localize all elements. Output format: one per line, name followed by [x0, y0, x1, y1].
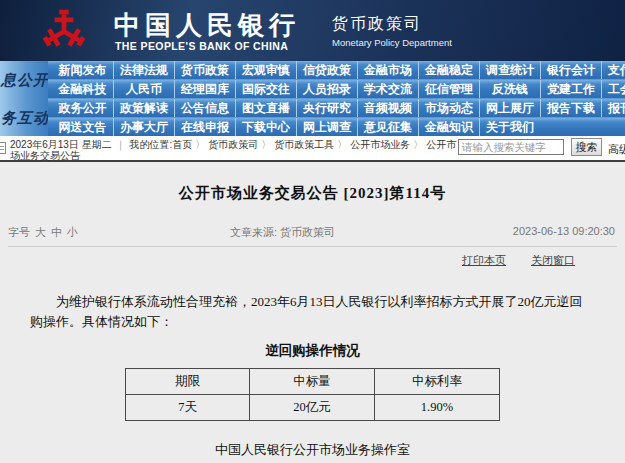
pboc-page: 中国人民银行 THE PEOPLE'S BANK OF CHINA 货币政策司 … — [0, 0, 625, 463]
nav-menu-item[interactable]: 国际交往 — [235, 80, 296, 98]
nav-menu-item[interactable]: 在线申报 — [174, 118, 235, 136]
print-link[interactable]: 打印本页 — [462, 254, 506, 266]
nav-menu-item[interactable]: 学术交流 — [357, 80, 418, 98]
nav-menu-item[interactable]: 公告信息 — [174, 99, 235, 117]
article-body: 为维护银行体系流动性合理充裕，2023年6月13日人民银行以利率招标方式开展了2… — [30, 292, 595, 332]
nav-menu-item[interactable]: 金融知识 — [418, 118, 479, 136]
signature: 中国人民银行公开市场业务操作室 — [0, 441, 625, 459]
nav-side-label-info[interactable]: 息公开 — [0, 61, 48, 99]
nav-menu-item[interactable]: 报告下载 — [540, 99, 601, 117]
site-header: 中国人民银行 THE PEOPLE'S BANK OF CHINA 货币政策司 … — [0, 0, 625, 61]
page-title: 公开市场业务交易公告 [2023]第114号 — [0, 184, 625, 203]
nav-menu-item[interactable]: 经理国库 — [174, 80, 235, 98]
nav-menu-item[interactable]: 征信管理 — [418, 80, 479, 98]
nav-menu-item[interactable]: 关于我们 — [479, 118, 540, 136]
font-size-controls: 字号大中小 — [8, 225, 78, 240]
nav-row-2: 金融科技人民币经理国库国际交往人员招录学术交流征信管理反洗钱党建工作工会工作 — [0, 80, 625, 99]
breadcrumb-date: 2023年6月13日 星期二 — [10, 139, 112, 150]
breadcrumb-item[interactable]: 公开市场业务 — [350, 139, 410, 150]
table-header-cell: 中标量 — [250, 369, 375, 395]
nav-menu-item[interactable]: 反洗钱 — [479, 80, 540, 98]
breadcrumb-location-label: 我的位置: — [130, 139, 173, 150]
repo-table-head-row: 期限中标量中标利率 — [126, 369, 500, 395]
bank-name-cn: 中国人民银行 — [114, 8, 300, 43]
breadcrumb-separator-icon: 〉 — [334, 139, 350, 150]
nav-menu-item[interactable]: 意见征集 — [357, 118, 418, 136]
breadcrumb-divider: ｜ — [112, 139, 130, 150]
nav-menu-item[interactable]: 政务公开 — [52, 99, 113, 117]
nav-menu-item[interactable]: 支付体系 — [601, 61, 625, 79]
nav-menu-item[interactable]: 金融稳定 — [418, 61, 479, 79]
table-header-cell: 中标利率 — [375, 369, 500, 395]
nav-menu-item[interactable]: 下载中心 — [235, 118, 296, 136]
table-cell: 20亿元 — [250, 395, 375, 421]
breadcrumb-item[interactable]: 货币政策工具 — [274, 139, 334, 150]
dept-name-en: Monetary Policy Department — [332, 37, 452, 48]
nav-menu-item[interactable]: 人民币 — [113, 80, 174, 98]
nav-row-4: 网送文告办事大厅在线申报下载中心网上调查意见征集金融知识关于我们 — [0, 118, 625, 136]
bank-name-en: THE PEOPLE'S BANK OF CHINA — [115, 40, 288, 52]
font-size-option[interactable]: 小 — [67, 226, 78, 238]
article-content: 公开市场业务交易公告 [2023]第114号 字号大中小 文章来源: 货币政策司… — [0, 162, 625, 463]
breadcrumb-item[interactable]: 首页 — [172, 139, 192, 150]
nav-menu-item[interactable]: 央行研究 — [296, 99, 357, 117]
font-size-options: 大中小 — [30, 226, 78, 238]
nav-menu-item[interactable]: 办事大厅 — [113, 118, 174, 136]
repo-table-body: 期限中标量中标利率 7天20亿元1.90% — [126, 369, 500, 421]
advanced-search-link[interactable]: 高级搜索 — [608, 142, 625, 157]
nav-menu-item[interactable]: 网上调查 — [296, 118, 357, 136]
breadcrumb-item[interactable]: 货币政策司 — [208, 139, 258, 150]
nav-menu-item[interactable]: 音频视频 — [357, 99, 418, 117]
breadcrumb-separator-icon: 〉 — [192, 139, 208, 150]
nav-menu-item[interactable]: 法律法规 — [113, 61, 174, 79]
nav-menu-item[interactable]: 网送文告 — [52, 118, 113, 136]
nav-row-3: 政务公开政策解读公告信息图文直播央行研究音频视频市场动态网上展厅报告下载报刊年鉴 — [0, 99, 625, 118]
date-icon — [0, 142, 6, 154]
nav-menu-item[interactable]: 宏观审慎 — [235, 61, 296, 79]
article-meta: 字号大中小 文章来源: 货币政策司 2023-06-13 09:20:30 — [0, 225, 625, 240]
nav-menu-item[interactable]: 货币政策 — [174, 61, 235, 79]
nav-menu-item[interactable]: 银行会计 — [540, 61, 601, 79]
breadcrumb-separator-icon: 〉 — [258, 139, 274, 150]
nav-menu-item[interactable]: 图文直播 — [235, 99, 296, 117]
font-size-option[interactable]: 大 — [35, 226, 46, 238]
meta-divider — [8, 246, 617, 247]
breadcrumb: 2023年6月13日 星期二｜我的位置:首页〉货币政策司〉货币政策工具〉公开市场… — [10, 139, 462, 161]
table-header-cell: 期限 — [126, 369, 250, 395]
nav-menu-item[interactable]: 党建工作 — [540, 80, 601, 98]
table-cell: 7天 — [126, 395, 250, 421]
search-button[interactable]: 搜索 — [571, 138, 602, 156]
nav-menu-item[interactable]: 报刊年鉴 — [601, 99, 625, 117]
repo-table: 期限中标量中标利率 7天20亿元1.90% — [125, 368, 500, 421]
nav-menu-item[interactable]: 信贷政策 — [296, 61, 357, 79]
breadcrumb-bar: 2023年6月13日 星期二｜我的位置:首页〉货币政策司〉货币政策工具〉公开市场… — [0, 136, 625, 162]
font-size-option[interactable]: 中 — [51, 226, 62, 238]
nav-menu-item[interactable]: 市场动态 — [418, 99, 479, 117]
nav-menu-item[interactable]: 网上展厅 — [479, 99, 540, 117]
nav-menu-item[interactable]: 工会工作 — [601, 80, 625, 98]
font-size-label: 字号 — [8, 226, 30, 238]
breadcrumb-separator-icon: 〉 — [410, 139, 426, 150]
nav-menu-item[interactable]: 调查统计 — [479, 61, 540, 79]
nav-menu-item[interactable]: 金融市场 — [357, 61, 418, 79]
nav-menu-item[interactable]: 金融科技 — [52, 80, 113, 98]
close-window-link[interactable]: 关闭窗口 — [531, 254, 575, 266]
nav-row-1: 新闻发布法律法规货币政策宏观审慎信贷政策金融市场金融稳定调查统计银行会计支付体系 — [0, 61, 625, 80]
search-input[interactable] — [458, 139, 564, 155]
table-title: 逆回购操作情况 — [0, 342, 625, 360]
dept-name-cn: 货币政策司 — [332, 14, 422, 35]
table-row: 7天20亿元1.90% — [126, 395, 500, 421]
nav-menu-item[interactable]: 人员招录 — [296, 80, 357, 98]
nav-menu-item[interactable]: 政策解读 — [113, 99, 174, 117]
main-nav: 新闻发布法律法规货币政策宏观审慎信贷政策金融市场金融稳定调查统计银行会计支付体系… — [0, 61, 625, 136]
nav-menu-item[interactable]: 新闻发布 — [52, 61, 113, 79]
article-source: 文章来源: 货币政策司 — [230, 225, 335, 240]
pboc-emblem-icon — [38, 5, 90, 55]
article-datetime: 2023-06-13 09:20:30 — [513, 225, 615, 237]
page-action-links: 打印本页 关闭窗口 — [0, 253, 625, 268]
table-cell: 1.90% — [375, 395, 500, 421]
nav-side-label-service[interactable]: 务互动 — [0, 99, 48, 137]
